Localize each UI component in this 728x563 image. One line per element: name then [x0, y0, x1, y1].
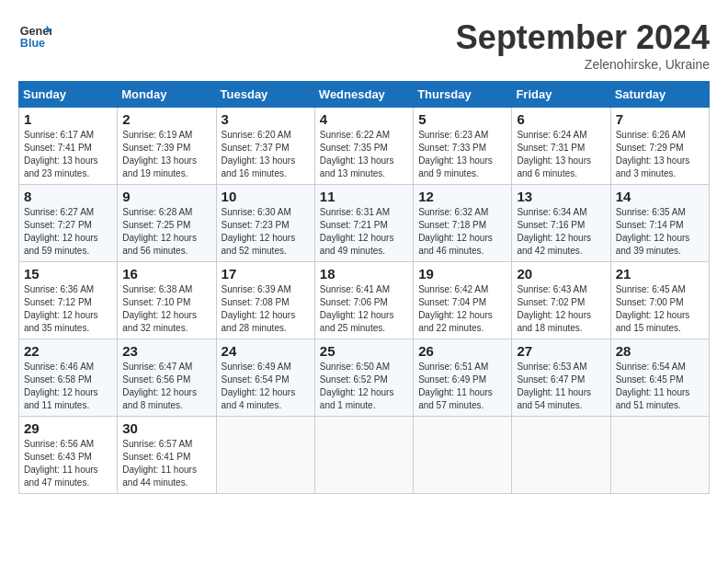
day-info: Sunrise: 6:47 AMSunset: 6:56 PMDaylight:…: [122, 361, 210, 412]
day-info: Sunrise: 6:49 AMSunset: 6:54 PMDaylight:…: [222, 361, 310, 412]
day-number: 21: [616, 266, 704, 282]
calendar-day-cell: 9 Sunrise: 6:28 AMSunset: 7:25 PMDayligh…: [118, 185, 216, 262]
calendar-week-row: 22 Sunrise: 6:46 AMSunset: 6:58 PMDaylig…: [19, 339, 710, 417]
calendar-day-cell: 5 Sunrise: 6:23 AMSunset: 7:33 PMDayligh…: [414, 108, 512, 185]
day-info: Sunrise: 6:46 AMSunset: 6:58 PMDaylight:…: [24, 361, 112, 412]
calendar-week-row: 1 Sunrise: 6:17 AMSunset: 7:41 PMDayligh…: [19, 108, 710, 185]
day-info: Sunrise: 6:20 AMSunset: 7:37 PMDaylight:…: [222, 129, 310, 180]
day-info: Sunrise: 6:51 AMSunset: 6:49 PMDaylight:…: [418, 361, 506, 412]
day-info: Sunrise: 6:24 AMSunset: 7:31 PMDaylight:…: [517, 129, 605, 180]
day-number: 27: [517, 343, 605, 359]
calendar-day-cell: 26 Sunrise: 6:51 AMSunset: 6:49 PMDaylig…: [414, 339, 512, 417]
col-header-wednesday: Wednesday: [314, 82, 413, 108]
day-number: 14: [616, 189, 704, 204]
day-number: 3: [222, 111, 310, 127]
calendar-day-cell: 4 Sunrise: 6:22 AMSunset: 7:35 PMDayligh…: [314, 108, 413, 185]
day-number: 23: [122, 343, 210, 359]
calendar-day-cell: [414, 417, 512, 494]
day-number: 15: [24, 266, 112, 282]
day-number: 30: [122, 420, 210, 436]
day-number: 13: [517, 189, 605, 204]
calendar-day-cell: 17 Sunrise: 6:39 AMSunset: 7:08 PMDaylig…: [216, 262, 314, 339]
day-number: 29: [24, 420, 112, 436]
title-block: September 2024 Zelenohirske, Ukraine: [456, 18, 710, 72]
calendar-day-cell: 21 Sunrise: 6:45 AMSunset: 7:00 PMDaylig…: [610, 262, 709, 339]
calendar-day-cell: [512, 417, 610, 494]
day-number: 2: [122, 111, 210, 127]
day-info: Sunrise: 6:53 AMSunset: 6:47 PMDaylight:…: [517, 361, 605, 412]
day-info: Sunrise: 6:22 AMSunset: 7:35 PMDaylight:…: [320, 129, 408, 180]
calendar-day-cell: 22 Sunrise: 6:46 AMSunset: 6:58 PMDaylig…: [19, 339, 118, 417]
day-info: Sunrise: 6:34 AMSunset: 7:16 PMDaylight:…: [517, 206, 605, 258]
day-number: 12: [418, 189, 506, 204]
day-info: Sunrise: 6:41 AMSunset: 7:06 PMDaylight:…: [320, 283, 408, 335]
col-header-thursday: Thursday: [414, 82, 512, 108]
calendar-day-cell: 16 Sunrise: 6:38 AMSunset: 7:10 PMDaylig…: [118, 262, 216, 339]
day-info: Sunrise: 6:45 AMSunset: 7:00 PMDaylight:…: [616, 283, 704, 335]
day-info: Sunrise: 6:39 AMSunset: 7:08 PMDaylight:…: [222, 283, 310, 335]
calendar-day-cell: [216, 417, 314, 494]
day-info: Sunrise: 6:36 AMSunset: 7:12 PMDaylight:…: [24, 283, 112, 335]
day-number: 17: [222, 266, 310, 282]
logo: General Blue: [18, 18, 51, 52]
day-number: 11: [320, 189, 408, 204]
day-number: 26: [418, 343, 506, 359]
page-header: General Blue September 2024 Zelenohirske…: [18, 18, 710, 72]
day-info: Sunrise: 6:30 AMSunset: 7:23 PMDaylight:…: [222, 206, 310, 258]
calendar-day-cell: 18 Sunrise: 6:41 AMSunset: 7:06 PMDaylig…: [314, 262, 413, 339]
calendar-day-cell: 11 Sunrise: 6:31 AMSunset: 7:21 PMDaylig…: [314, 185, 413, 262]
day-number: 9: [122, 189, 210, 204]
day-number: 28: [616, 343, 704, 359]
day-number: 16: [122, 266, 210, 282]
calendar-day-cell: 14 Sunrise: 6:35 AMSunset: 7:14 PMDaylig…: [610, 185, 709, 262]
calendar-day-cell: 13 Sunrise: 6:34 AMSunset: 7:16 PMDaylig…: [512, 185, 610, 262]
day-info: Sunrise: 6:19 AMSunset: 7:39 PMDaylight:…: [122, 129, 210, 180]
month-title: September 2024: [456, 18, 710, 57]
day-number: 19: [418, 266, 506, 282]
day-info: Sunrise: 6:35 AMSunset: 7:14 PMDaylight:…: [616, 206, 704, 258]
calendar-day-cell: 15 Sunrise: 6:36 AMSunset: 7:12 PMDaylig…: [19, 262, 118, 339]
calendar-day-cell: 6 Sunrise: 6:24 AMSunset: 7:31 PMDayligh…: [512, 108, 610, 185]
day-number: 10: [222, 189, 310, 204]
col-header-tuesday: Tuesday: [216, 82, 314, 108]
day-info: Sunrise: 6:57 AMSunset: 6:41 PMDaylight:…: [122, 438, 210, 489]
calendar-week-row: 15 Sunrise: 6:36 AMSunset: 7:12 PMDaylig…: [19, 262, 710, 339]
calendar-day-cell: 2 Sunrise: 6:19 AMSunset: 7:39 PMDayligh…: [118, 108, 216, 185]
day-number: 6: [517, 111, 605, 127]
col-header-saturday: Saturday: [610, 82, 709, 108]
calendar-day-cell: 24 Sunrise: 6:49 AMSunset: 6:54 PMDaylig…: [216, 339, 314, 417]
day-number: 1: [24, 111, 112, 127]
calendar-day-cell: 30 Sunrise: 6:57 AMSunset: 6:41 PMDaylig…: [118, 417, 216, 494]
calendar-day-cell: 23 Sunrise: 6:47 AMSunset: 6:56 PMDaylig…: [118, 339, 216, 417]
day-info: Sunrise: 6:43 AMSunset: 7:02 PMDaylight:…: [517, 283, 605, 335]
calendar-week-row: 8 Sunrise: 6:27 AMSunset: 7:27 PMDayligh…: [19, 185, 710, 262]
day-info: Sunrise: 6:23 AMSunset: 7:33 PMDaylight:…: [418, 129, 506, 180]
calendar-day-cell: 27 Sunrise: 6:53 AMSunset: 6:47 PMDaylig…: [512, 339, 610, 417]
day-info: Sunrise: 6:54 AMSunset: 6:45 PMDaylight:…: [616, 361, 704, 412]
calendar-day-cell: 28 Sunrise: 6:54 AMSunset: 6:45 PMDaylig…: [610, 339, 709, 417]
day-info: Sunrise: 6:42 AMSunset: 7:04 PMDaylight:…: [418, 283, 506, 335]
location-subtitle: Zelenohirske, Ukraine: [456, 57, 710, 72]
calendar-day-cell: [314, 417, 413, 494]
col-header-friday: Friday: [512, 82, 610, 108]
day-info: Sunrise: 6:56 AMSunset: 6:43 PMDaylight:…: [24, 438, 112, 489]
calendar-day-cell: 10 Sunrise: 6:30 AMSunset: 7:23 PMDaylig…: [216, 185, 314, 262]
day-number: 25: [320, 343, 408, 359]
calendar-day-cell: 1 Sunrise: 6:17 AMSunset: 7:41 PMDayligh…: [19, 108, 118, 185]
day-info: Sunrise: 6:32 AMSunset: 7:18 PMDaylight:…: [418, 206, 506, 258]
day-number: 7: [616, 111, 704, 127]
logo-icon: General Blue: [18, 18, 51, 52]
day-info: Sunrise: 6:27 AMSunset: 7:27 PMDaylight:…: [24, 206, 112, 258]
svg-text:Blue: Blue: [20, 37, 45, 50]
col-header-monday: Monday: [118, 82, 216, 108]
calendar-day-cell: 12 Sunrise: 6:32 AMSunset: 7:18 PMDaylig…: [414, 185, 512, 262]
day-number: 8: [24, 189, 112, 204]
calendar-day-cell: 8 Sunrise: 6:27 AMSunset: 7:27 PMDayligh…: [19, 185, 118, 262]
calendar-day-cell: [610, 417, 709, 494]
calendar-day-cell: 7 Sunrise: 6:26 AMSunset: 7:29 PMDayligh…: [610, 108, 709, 185]
day-number: 22: [24, 343, 112, 359]
calendar-header-row: SundayMondayTuesdayWednesdayThursdayFrid…: [19, 82, 710, 108]
day-number: 4: [320, 111, 408, 127]
calendar-day-cell: 25 Sunrise: 6:50 AMSunset: 6:52 PMDaylig…: [314, 339, 413, 417]
day-number: 5: [418, 111, 506, 127]
